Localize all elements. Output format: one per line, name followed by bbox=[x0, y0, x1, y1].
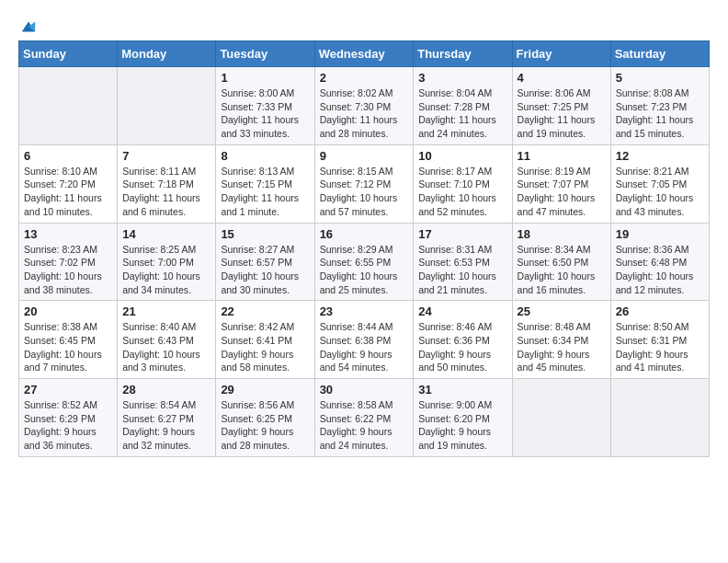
calendar-cell: 20Sunrise: 8:38 AMSunset: 6:45 PMDayligh… bbox=[19, 301, 118, 379]
day-number: 7 bbox=[122, 149, 210, 163]
weekday-header: Friday bbox=[512, 41, 610, 67]
cell-info: Sunrise: 8:34 AMSunset: 6:50 PMDaylight:… bbox=[518, 243, 606, 297]
day-number: 25 bbox=[518, 304, 606, 318]
calendar-cell bbox=[512, 379, 610, 457]
day-number: 6 bbox=[24, 149, 112, 163]
cell-info: Sunrise: 8:31 AMSunset: 6:53 PMDaylight:… bbox=[418, 243, 506, 297]
calendar-cell: 1Sunrise: 8:00 AMSunset: 7:33 PMDaylight… bbox=[216, 67, 314, 145]
day-number: 9 bbox=[320, 149, 409, 163]
calendar-cell: 2Sunrise: 8:02 AMSunset: 7:30 PMDaylight… bbox=[314, 67, 414, 145]
calendar-cell bbox=[118, 67, 216, 145]
calendar-cell: 15Sunrise: 8:27 AMSunset: 6:57 PMDayligh… bbox=[216, 223, 314, 301]
calendar-cell: 3Sunrise: 8:04 AMSunset: 7:28 PMDaylight… bbox=[414, 67, 512, 145]
weekday-header: Monday bbox=[118, 41, 216, 67]
cell-info: Sunrise: 8:27 AMSunset: 6:57 PMDaylight:… bbox=[221, 243, 309, 297]
calendar-cell: 8Sunrise: 8:13 AMSunset: 7:15 PMDaylight… bbox=[216, 144, 314, 223]
day-number: 21 bbox=[122, 304, 210, 318]
day-number: 17 bbox=[418, 227, 506, 241]
cell-info: Sunrise: 8:02 AMSunset: 7:30 PMDaylight:… bbox=[320, 86, 409, 141]
day-number: 5 bbox=[616, 71, 704, 85]
calendar-cell: 31Sunrise: 9:00 AMSunset: 6:20 PMDayligh… bbox=[414, 379, 512, 457]
page-header bbox=[18, 18, 710, 31]
cell-info: Sunrise: 8:40 AMSunset: 6:43 PMDaylight:… bbox=[122, 320, 210, 374]
day-number: 22 bbox=[221, 304, 309, 318]
day-number: 18 bbox=[518, 227, 606, 241]
calendar-cell: 14Sunrise: 8:25 AMSunset: 7:00 PMDayligh… bbox=[118, 223, 216, 301]
calendar-cell: 6Sunrise: 8:10 AMSunset: 7:20 PMDaylight… bbox=[19, 144, 118, 223]
calendar-cell bbox=[610, 379, 709, 457]
cell-info: Sunrise: 8:00 AMSunset: 7:33 PMDaylight:… bbox=[221, 86, 309, 141]
day-number: 10 bbox=[418, 149, 506, 163]
weekday-header: Tuesday bbox=[216, 41, 314, 67]
cell-info: Sunrise: 8:46 AMSunset: 6:36 PMDaylight:… bbox=[418, 320, 506, 374]
calendar-week-row: 13Sunrise: 8:23 AMSunset: 7:02 PMDayligh… bbox=[19, 223, 710, 301]
calendar-cell: 7Sunrise: 8:11 AMSunset: 7:18 PMDaylight… bbox=[118, 144, 216, 223]
calendar-cell: 13Sunrise: 8:23 AMSunset: 7:02 PMDayligh… bbox=[19, 223, 118, 301]
day-number: 4 bbox=[518, 71, 606, 85]
calendar-cell: 9Sunrise: 8:15 AMSunset: 7:12 PMDaylight… bbox=[314, 144, 414, 223]
cell-info: Sunrise: 8:56 AMSunset: 6:25 PMDaylight:… bbox=[221, 398, 309, 453]
day-number: 23 bbox=[320, 304, 409, 318]
day-number: 26 bbox=[616, 304, 704, 318]
day-number: 1 bbox=[221, 71, 309, 85]
calendar-cell: 17Sunrise: 8:31 AMSunset: 6:53 PMDayligh… bbox=[414, 223, 512, 301]
calendar-cell: 5Sunrise: 8:08 AMSunset: 7:23 PMDaylight… bbox=[610, 67, 709, 145]
calendar-cell: 26Sunrise: 8:50 AMSunset: 6:31 PMDayligh… bbox=[610, 301, 709, 379]
cell-info: Sunrise: 8:54 AMSunset: 6:27 PMDaylight:… bbox=[122, 398, 210, 453]
calendar-cell: 22Sunrise: 8:42 AMSunset: 6:41 PMDayligh… bbox=[216, 301, 314, 379]
calendar-cell: 16Sunrise: 8:29 AMSunset: 6:55 PMDayligh… bbox=[314, 223, 414, 301]
calendar-cell: 4Sunrise: 8:06 AMSunset: 7:25 PMDaylight… bbox=[512, 67, 610, 145]
day-number: 12 bbox=[616, 149, 704, 163]
cell-info: Sunrise: 8:04 AMSunset: 7:28 PMDaylight:… bbox=[418, 86, 506, 141]
cell-info: Sunrise: 8:50 AMSunset: 6:31 PMDaylight:… bbox=[616, 320, 704, 374]
calendar-cell: 19Sunrise: 8:36 AMSunset: 6:48 PMDayligh… bbox=[610, 223, 709, 301]
cell-info: Sunrise: 8:42 AMSunset: 6:41 PMDaylight:… bbox=[221, 320, 309, 374]
cell-info: Sunrise: 8:29 AMSunset: 6:55 PMDaylight:… bbox=[320, 243, 409, 297]
calendar-week-row: 20Sunrise: 8:38 AMSunset: 6:45 PMDayligh… bbox=[19, 301, 710, 379]
calendar-week-row: 6Sunrise: 8:10 AMSunset: 7:20 PMDaylight… bbox=[19, 144, 710, 223]
calendar-header-row: SundayMondayTuesdayWednesdayThursdayFrid… bbox=[19, 41, 710, 67]
cell-info: Sunrise: 8:38 AMSunset: 6:45 PMDaylight:… bbox=[24, 320, 112, 374]
weekday-header: Wednesday bbox=[314, 41, 414, 67]
cell-info: Sunrise: 8:44 AMSunset: 6:38 PMDaylight:… bbox=[320, 320, 409, 374]
cell-info: Sunrise: 8:15 AMSunset: 7:12 PMDaylight:… bbox=[320, 165, 409, 219]
calendar-week-row: 27Sunrise: 8:52 AMSunset: 6:29 PMDayligh… bbox=[19, 379, 710, 457]
cell-info: Sunrise: 8:08 AMSunset: 7:23 PMDaylight:… bbox=[616, 86, 704, 141]
weekday-header: Saturday bbox=[610, 41, 709, 67]
cell-info: Sunrise: 8:36 AMSunset: 6:48 PMDaylight:… bbox=[616, 243, 704, 297]
weekday-header: Thursday bbox=[414, 41, 512, 67]
calendar-cell: 25Sunrise: 8:48 AMSunset: 6:34 PMDayligh… bbox=[512, 301, 610, 379]
day-number: 2 bbox=[320, 71, 409, 85]
cell-info: Sunrise: 8:13 AMSunset: 7:15 PMDaylight:… bbox=[221, 165, 309, 219]
logo bbox=[18, 18, 37, 31]
calendar-table: SundayMondayTuesdayWednesdayThursdayFrid… bbox=[18, 40, 710, 457]
cell-info: Sunrise: 8:25 AMSunset: 7:00 PMDaylight:… bbox=[122, 243, 210, 297]
cell-info: Sunrise: 8:19 AMSunset: 7:07 PMDaylight:… bbox=[518, 165, 606, 219]
cell-info: Sunrise: 8:21 AMSunset: 7:05 PMDaylight:… bbox=[616, 165, 704, 219]
day-number: 29 bbox=[221, 383, 309, 396]
logo-icon bbox=[20, 18, 37, 35]
cell-info: Sunrise: 8:10 AMSunset: 7:20 PMDaylight:… bbox=[24, 165, 112, 219]
calendar-cell: 23Sunrise: 8:44 AMSunset: 6:38 PMDayligh… bbox=[314, 301, 414, 379]
day-number: 28 bbox=[122, 383, 210, 396]
day-number: 8 bbox=[221, 149, 309, 163]
cell-info: Sunrise: 8:23 AMSunset: 7:02 PMDaylight:… bbox=[24, 243, 112, 297]
calendar-cell: 11Sunrise: 8:19 AMSunset: 7:07 PMDayligh… bbox=[512, 144, 610, 223]
day-number: 14 bbox=[122, 227, 210, 241]
calendar-cell: 29Sunrise: 8:56 AMSunset: 6:25 PMDayligh… bbox=[216, 379, 314, 457]
day-number: 27 bbox=[24, 383, 112, 396]
day-number: 3 bbox=[418, 71, 506, 85]
day-number: 11 bbox=[518, 149, 606, 163]
calendar-cell: 27Sunrise: 8:52 AMSunset: 6:29 PMDayligh… bbox=[19, 379, 118, 457]
calendar-cell: 10Sunrise: 8:17 AMSunset: 7:10 PMDayligh… bbox=[414, 144, 512, 223]
calendar-week-row: 1Sunrise: 8:00 AMSunset: 7:33 PMDaylight… bbox=[19, 67, 710, 145]
calendar-cell: 24Sunrise: 8:46 AMSunset: 6:36 PMDayligh… bbox=[414, 301, 512, 379]
calendar-cell: 12Sunrise: 8:21 AMSunset: 7:05 PMDayligh… bbox=[610, 144, 709, 223]
calendar-cell: 30Sunrise: 8:58 AMSunset: 6:22 PMDayligh… bbox=[314, 379, 414, 457]
calendar-cell: 21Sunrise: 8:40 AMSunset: 6:43 PMDayligh… bbox=[118, 301, 216, 379]
cell-info: Sunrise: 8:48 AMSunset: 6:34 PMDaylight:… bbox=[518, 320, 606, 374]
cell-info: Sunrise: 8:58 AMSunset: 6:22 PMDaylight:… bbox=[320, 398, 409, 453]
cell-info: Sunrise: 8:06 AMSunset: 7:25 PMDaylight:… bbox=[518, 86, 606, 141]
cell-info: Sunrise: 8:11 AMSunset: 7:18 PMDaylight:… bbox=[122, 165, 210, 219]
day-number: 24 bbox=[418, 304, 506, 318]
